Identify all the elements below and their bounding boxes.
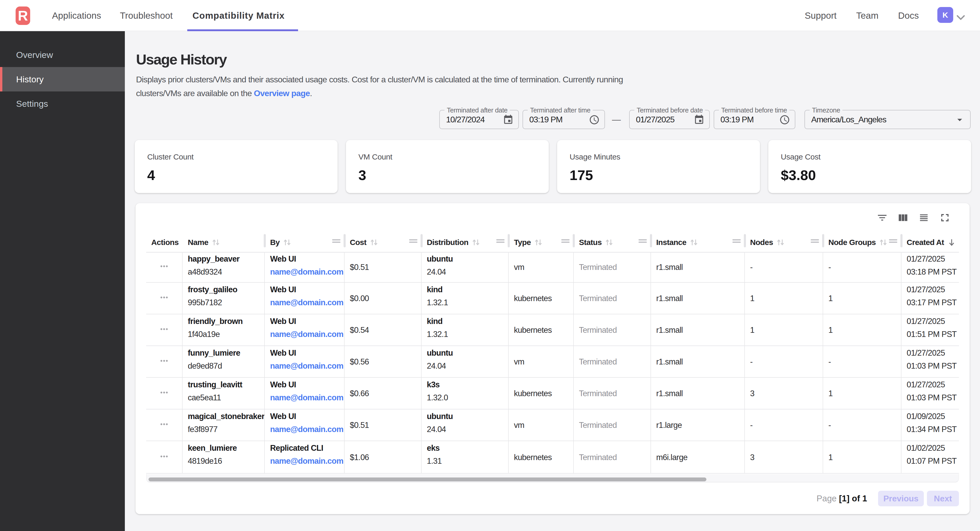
column-menu-nodeGroups[interactable]	[889, 239, 897, 243]
creator-email-link[interactable]: name@domain.com	[270, 425, 343, 434]
column-menu-icon	[811, 239, 819, 243]
cluster-id: a48d9324	[188, 265, 259, 279]
creator-email-link[interactable]: name@domain.com	[270, 298, 343, 307]
toolbar-columns-button[interactable]	[894, 208, 912, 227]
cell-createdAt: 01/09/202501:34 PM PST	[902, 409, 959, 441]
brand-logo[interactable]: R	[16, 6, 30, 25]
active-tab-underline	[187, 29, 298, 31]
cost-value: $0.51	[350, 419, 369, 432]
creator-email-link[interactable]: name@domain.com	[270, 267, 343, 276]
sidebar-item-settings[interactable]: Settings	[0, 92, 125, 116]
distribution-name: ubuntu	[427, 347, 503, 360]
column-label: By	[270, 238, 280, 247]
column-menu-distribution[interactable]	[496, 239, 504, 243]
toolbar-filter-button[interactable]	[873, 208, 892, 227]
cell-by: Replicated CLIname@domain.com	[265, 441, 345, 474]
row-actions-button[interactable]	[159, 261, 170, 274]
column-header-distribution[interactable]: Distribution	[422, 233, 509, 252]
created-date: 01/09/2025	[907, 410, 954, 423]
distribution-version: 1.32.1	[427, 328, 503, 341]
cluster-id: 4819de16	[188, 455, 259, 468]
cell-status: Terminated	[574, 314, 651, 346]
column-separator	[344, 234, 346, 247]
creator-email-link[interactable]: name@domain.com	[270, 361, 343, 371]
creator-email-link[interactable]: name@domain.com	[270, 457, 343, 466]
cell-by: Web UIname@domain.com	[265, 378, 345, 409]
creator-email-link[interactable]: name@domain.com	[270, 330, 343, 339]
cluster-name: friendly_brown	[188, 315, 259, 328]
toolbar-fullscreen-button[interactable]	[935, 208, 954, 227]
sidebar-item-overview[interactable]: Overview	[0, 43, 125, 67]
cluster-name: magical_stonebraker	[188, 410, 259, 423]
filter-range-dash: —	[612, 110, 621, 129]
instance-value: r1.small	[656, 355, 683, 368]
node-groups-value: 1	[828, 324, 832, 337]
stat-label: VM Count	[358, 152, 392, 161]
row-actions-button[interactable]	[159, 451, 170, 464]
stat-value: 4	[147, 167, 155, 183]
cost-value: $0.66	[350, 387, 369, 400]
column-menu-cost[interactable]	[409, 239, 417, 243]
more-actions-icon	[159, 387, 170, 398]
filter-field-terminated-after-date[interactable]: Terminated after date 10/27/2024	[439, 110, 519, 129]
user-avatar[interactable]: K	[937, 7, 953, 23]
nav-tab-compatibility-matrix[interactable]: Compatibility Matrix	[192, 0, 285, 31]
filter-icon-wrap[interactable]	[954, 114, 966, 128]
node-groups-value: 1	[828, 451, 832, 464]
filter-field-timezone[interactable]: Timezone America/Los_Angeles	[805, 110, 970, 129]
filter-icon-wrap[interactable]	[779, 114, 790, 127]
row-actions-button[interactable]	[159, 292, 170, 305]
column-header-createdAt[interactable]: Created At	[902, 233, 959, 252]
page-value: [1] of 1	[839, 494, 867, 503]
cell-distribution: ubuntu24.04	[422, 252, 509, 283]
filter-field-terminated-after-time[interactable]: Terminated after time 03:19 PM	[522, 110, 605, 129]
table-row: magical_stonebrakerfe3f8977 Web UIname@d…	[146, 409, 959, 441]
more-actions-icon	[159, 292, 170, 303]
table-row: funny_lumierede9ed87d Web UIname@domain.…	[146, 346, 959, 378]
filter-field-terminated-before-time[interactable]: Terminated before time 03:19 PM	[714, 110, 795, 129]
nav-link-docs[interactable]: Docs	[898, 0, 919, 31]
distribution-name: eks	[427, 442, 503, 455]
nav-link-support[interactable]: Support	[805, 0, 837, 31]
next-page-button[interactable]: Next	[927, 491, 959, 506]
cluster-id: fe3f8977	[188, 423, 259, 436]
stat-label: Usage Minutes	[570, 152, 620, 161]
row-actions-button[interactable]	[159, 324, 170, 337]
row-actions-button[interactable]	[159, 355, 170, 368]
avatar-menu-button[interactable]	[956, 13, 965, 19]
nav-tab-troubleshoot[interactable]: Troubleshoot	[120, 0, 173, 31]
column-header-actions[interactable]: Actions	[146, 233, 183, 252]
column-menu-status[interactable]	[638, 239, 647, 243]
column-header-instance[interactable]: Instance	[651, 233, 745, 252]
previous-page-button[interactable]: Previous	[878, 491, 924, 506]
column-menu-icon	[561, 239, 570, 243]
page-description: Displays prior clusters/VMs and their as…	[136, 73, 859, 100]
creator-email-link[interactable]: name@domain.com	[270, 393, 343, 402]
table-footer: Page [1] of 1 Previous Next	[146, 483, 959, 514]
sidebar-item-history[interactable]: History	[0, 67, 125, 92]
column-header-name[interactable]: Name	[183, 233, 265, 252]
column-menu-by[interactable]	[332, 239, 340, 243]
nodes-value: 3	[750, 387, 754, 400]
cell-node-groups: -	[823, 346, 902, 378]
nav-tab-applications[interactable]: Applications	[52, 0, 101, 31]
horizontal-scrollbar-thumb[interactable]	[148, 477, 706, 481]
cell-distribution: kind1.32.1	[422, 283, 509, 314]
column-menu-instance[interactable]	[732, 239, 741, 243]
toolbar-density-button[interactable]	[915, 208, 933, 227]
column-menu-type[interactable]	[561, 239, 570, 243]
created-date: 01/27/2025	[907, 252, 954, 265]
horizontal-scrollbar-track[interactable]	[146, 474, 959, 482]
filter-icon-wrap[interactable]	[589, 114, 600, 127]
filter-icon-wrap[interactable]	[503, 114, 514, 127]
nav-link-team[interactable]: Team	[856, 0, 878, 31]
column-separator	[508, 234, 510, 247]
cluster-name: frosty_galileo	[188, 283, 259, 296]
row-actions-button[interactable]	[159, 387, 170, 400]
row-actions-button[interactable]	[159, 419, 170, 432]
column-menu-nodes[interactable]	[811, 239, 819, 243]
column-menu-icon	[732, 239, 741, 243]
overview-page-link[interactable]: Overview page	[254, 89, 310, 98]
filter-field-terminated-before-date[interactable]: Terminated before date 01/27/2025	[629, 110, 710, 129]
filter-icon-wrap[interactable]	[694, 114, 705, 127]
